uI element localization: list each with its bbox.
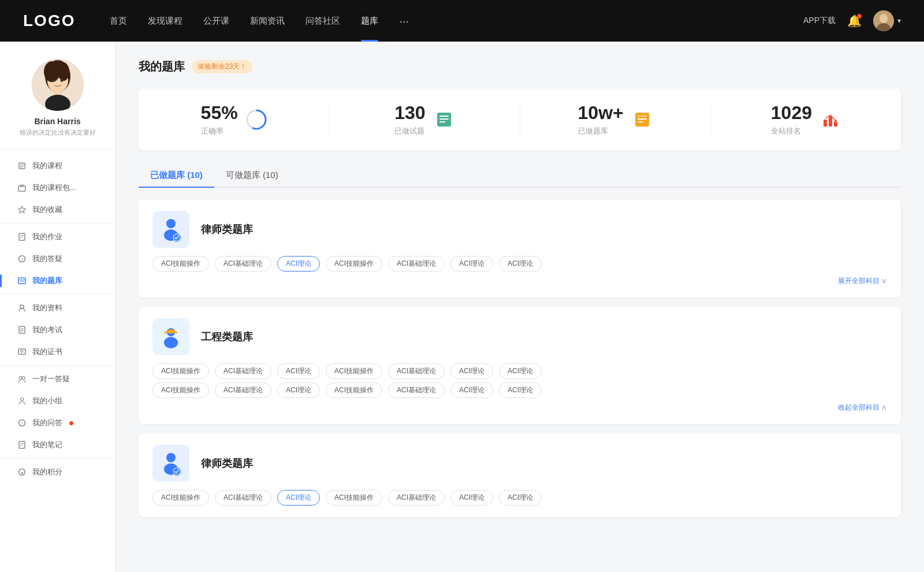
app-download-button[interactable]: APP下载 — [803, 16, 836, 26]
tag-5[interactable]: ACI理论 — [450, 256, 493, 272]
svg-rect-53 — [638, 121, 643, 122]
separator-2 — [0, 294, 115, 295]
qbank-name-engineer: 工程类题库 — [201, 330, 253, 344]
sidebar-label-package: 我的课程包... — [32, 183, 76, 193]
navbar-right: APP下载 🔔 ▾ — [803, 10, 901, 31]
eng-tag-r2-0[interactable]: ACI技能操作 — [152, 382, 209, 398]
sidebar-item-group[interactable]: 我的小组 — [0, 390, 115, 412]
sidebar-motto: 错误的决定比没有决定要好 — [14, 128, 102, 137]
eng-tag-r1-4[interactable]: ACI基础理论 — [388, 363, 445, 379]
eng-tag-r2-1[interactable]: ACI基础理论 — [215, 382, 271, 398]
nav-bank[interactable]: 题库 — [361, 16, 378, 27]
sidebar-item-bank[interactable]: 我的题库 — [0, 270, 115, 292]
sidebar-item-exam[interactable]: 我的考试 — [0, 319, 115, 341]
sidebar-item-one-on-one[interactable]: 一对一答疑 — [0, 368, 115, 390]
stat-accuracy-text: 55% 正确率 — [201, 102, 238, 136]
notification-bell[interactable]: 🔔 — [847, 14, 862, 28]
eng-tag-r2-2[interactable]: ACI理论 — [277, 382, 320, 398]
sidebar-label-favorite: 我的收藏 — [32, 205, 62, 215]
stat-rank: 1029 全站排名 — [711, 102, 901, 136]
svg-rect-52 — [638, 118, 647, 120]
nav-opencourse[interactable]: 公开课 — [203, 16, 229, 27]
sidebar-item-cert[interactable]: 我的证书 — [0, 341, 115, 363]
stat-accuracy-label: 正确率 — [201, 126, 238, 136]
qbank-card-engineer: 工程类题库 ACI技能操作 ACI基础理论 ACI理论 ACI技能操作 ACI基… — [139, 307, 901, 424]
sidebar-label-qa: 我的答疑 — [32, 254, 62, 264]
points-icon: ★ — [17, 467, 27, 477]
tag-4[interactable]: ACI基础理论 — [388, 256, 445, 272]
eng-tag-r2-5[interactable]: ACI理论 — [450, 382, 493, 398]
eng-tag-r1-6[interactable]: ACI理论 — [499, 363, 542, 379]
course-icon — [17, 161, 27, 170]
svg-rect-56 — [834, 122, 837, 127]
nav-home[interactable]: 首页 — [110, 16, 127, 27]
eng-tag-r2-3[interactable]: ACI技能操作 — [326, 382, 382, 398]
nav-more-dots[interactable]: ··· — [399, 14, 409, 28]
sidebar-label-question: 我的问答 — [32, 418, 62, 428]
stat-done-label: 已做试题 — [394, 126, 425, 136]
qbank-name-lawyer-2: 律师类题库 — [201, 456, 253, 470]
eng-tag-r1-3[interactable]: ACI技能操作 — [326, 363, 382, 379]
sidebar-item-homework[interactable]: 我的作业 — [0, 226, 115, 248]
nav-discover[interactable]: 发现课程 — [148, 16, 182, 27]
svg-point-33 — [21, 350, 23, 352]
law2-tag-4[interactable]: ACI基础理论 — [388, 490, 445, 506]
main-content: 我的题库 体验剩余23天！ 55% 正确率 130 — [116, 42, 924, 572]
law2-tag-1[interactable]: ACI基础理论 — [215, 490, 271, 506]
nav-qa[interactable]: 问答社区 — [305, 16, 340, 27]
law2-tag-3[interactable]: ACI技能操作 — [326, 490, 382, 506]
sidebar-label-note: 我的笔记 — [32, 440, 62, 450]
sidebar-item-note[interactable]: 我的笔记 — [0, 434, 115, 456]
svg-rect-48 — [439, 118, 449, 120]
tag-1[interactable]: ACI基础理论 — [215, 256, 271, 272]
sidebar-username: Brian Harris — [34, 117, 80, 126]
svg-point-34 — [19, 377, 22, 380]
law2-tag-2[interactable]: ACI理论 — [277, 490, 320, 506]
svg-rect-49 — [439, 121, 445, 122]
logo: LOGO — [23, 12, 75, 30]
qbank-tags-row2-engineer: ACI技能操作 ACI基础理论 ACI理论 ACI技能操作 ACI基础理论 AC… — [152, 382, 887, 398]
separator-3 — [0, 365, 115, 366]
svg-point-1 — [880, 14, 888, 23]
eng-tag-r1-2[interactable]: ACI理论 — [277, 363, 320, 379]
eng-tag-r1-1[interactable]: ACI基础理论 — [215, 363, 271, 379]
tag-2[interactable]: ACI理论 — [277, 256, 320, 272]
qa-icon: ? — [17, 254, 27, 263]
law2-tag-0[interactable]: ACI技能操作 — [152, 490, 209, 506]
law2-tag-5[interactable]: ACI理论 — [450, 490, 493, 506]
user-menu[interactable]: ▾ — [873, 10, 901, 31]
eng-tag-r2-4[interactable]: ACI基础理论 — [388, 382, 445, 398]
sidebar-item-course[interactable]: 我的课程 — [0, 155, 115, 177]
sidebar-item-profile[interactable]: 我的资料 — [0, 297, 115, 319]
separator-1 — [0, 223, 115, 224]
nav-news[interactable]: 新闻资讯 — [250, 16, 285, 27]
sidebar-item-points[interactable]: ★ 我的积分 — [0, 461, 115, 483]
svg-rect-54 — [824, 120, 827, 127]
collapse-button[interactable]: 收起全部科目 ∧ — [152, 403, 887, 413]
tab-available[interactable]: 可做题库 (10) — [214, 164, 290, 187]
expand-button-1[interactable]: 展开全部科目 ∨ — [152, 276, 887, 286]
sidebar-item-package[interactable]: 我的课程包... — [0, 177, 115, 199]
separator-4 — [0, 458, 115, 459]
svg-point-10 — [52, 79, 55, 82]
qbank-tags-row1-engineer: ACI技能操作 ACI基础理论 ACI理论 ACI技能操作 ACI基础理论 AC… — [152, 363, 887, 379]
stat-bank-done-label: 已做题库 — [578, 126, 624, 136]
notification-dot — [857, 14, 862, 18]
bank-icon — [17, 276, 27, 285]
eng-tag-r2-6[interactable]: ACI理论 — [499, 382, 542, 398]
group-icon — [17, 396, 27, 406]
note-icon — [17, 440, 27, 450]
sidebar-item-favorite[interactable]: 我的收藏 — [0, 199, 115, 221]
eng-tag-r1-0[interactable]: ACI技能操作 — [152, 363, 209, 379]
eng-tag-r1-5[interactable]: ACI理论 — [450, 363, 493, 379]
tabs-row: 已做题库 (10) 可做题库 (10) — [139, 164, 901, 188]
svg-point-35 — [22, 377, 25, 380]
tag-0[interactable]: ACI技能操作 — [152, 256, 209, 272]
tab-done[interactable]: 已做题库 (10) — [139, 164, 214, 187]
tag-3[interactable]: ACI技能操作 — [326, 256, 382, 272]
svg-point-7 — [58, 62, 69, 81]
sidebar-item-qa[interactable]: ? 我的答疑 — [0, 248, 115, 270]
sidebar-item-question[interactable]: ? 我的问答 — [0, 412, 115, 434]
tag-6[interactable]: ACI理论 — [499, 256, 542, 272]
law2-tag-6[interactable]: ACI理论 — [499, 490, 542, 506]
